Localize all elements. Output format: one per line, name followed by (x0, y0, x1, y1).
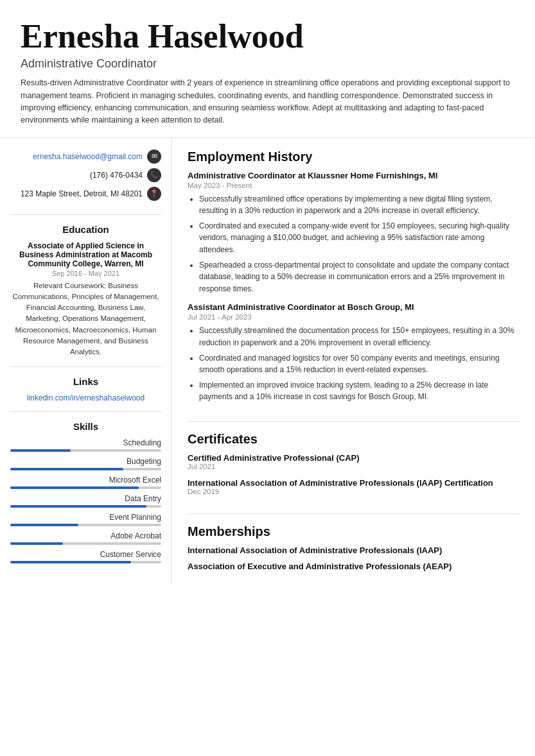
skills-title: Skills (10, 421, 161, 432)
job-title: Assistant Administrative Coordinator at … (188, 302, 520, 312)
email-link[interactable]: ernesha.haselwood@gmail.com (33, 152, 143, 161)
membership-entry: Association of Executive and Administrat… (188, 562, 520, 571)
sidebar: ernesha.haselwood@gmail.com ✉ (176) 476-… (0, 138, 172, 585)
education-section: Education Associate of Applied Science i… (10, 224, 161, 368)
skill-label: Microsoft Excel (10, 476, 161, 485)
job-bullet: Spearheaded a cross-departmental project… (199, 259, 520, 295)
skill-bar-bg (10, 505, 161, 508)
job-title: Administrative Coordinator at Klaussner … (188, 171, 520, 180)
memberships-section: Memberships International Association of… (188, 524, 520, 588)
skill-label: Customer Service (10, 550, 161, 559)
skill-label: Data Entry (10, 494, 161, 503)
links-section: Links linkedin.com/in/erneshahaselwood (10, 376, 161, 412)
cert-name: Certified Administrative Professional (C… (188, 453, 520, 463)
address-item: 123 Maple Street, Detroit, MI 48201 📍 (10, 187, 161, 201)
job-bullet: Successfully streamlined office operatio… (199, 193, 520, 217)
skill-item: Scheduling (10, 438, 161, 452)
candidate-summary: Results-driven Administrative Coordinato… (21, 77, 514, 127)
skill-label: Adobe Acrobat (10, 531, 161, 540)
education-title: Education (10, 224, 161, 235)
employment-title: Employment History (188, 150, 520, 164)
job-bullet: Successfully streamlined the documentati… (199, 325, 520, 348)
skill-bar-bg (10, 561, 161, 563)
candidate-title: Administrative Coordinator (21, 57, 514, 71)
skills-section: Skills Scheduling Budgeting Microsoft Ex… (10, 421, 161, 563)
certificates-title: Certificates (188, 432, 520, 447)
skill-bar-bg (10, 524, 161, 526)
skill-label: Budgeting (10, 457, 161, 466)
main-layout: ernesha.haselwood@gmail.com ✉ (176) 476-… (0, 138, 535, 614)
education-degree: Associate of Applied Science in Business… (10, 241, 161, 268)
skill-item: Data Entry (10, 494, 161, 508)
skill-bar-bg (10, 542, 161, 545)
skill-item: Adobe Acrobat (10, 531, 161, 545)
linkedin-link[interactable]: linkedin.com/in/erneshahaselwood (10, 393, 161, 402)
skills-list: Scheduling Budgeting Microsoft Excel Dat… (10, 438, 161, 563)
cert-date: Dec 2019 (188, 488, 520, 495)
education-entry: Associate of Applied Science in Business… (10, 241, 161, 358)
education-coursework: Relevant Coursework: Business Communicat… (10, 280, 161, 358)
skill-label: Scheduling (10, 438, 161, 447)
membership-name: Association of Executive and Administrat… (188, 562, 520, 571)
email-item: ernesha.haselwood@gmail.com ✉ (10, 150, 161, 164)
phone-item: (176) 476-0434 📞 (10, 168, 161, 182)
membership-name: International Association of Administrat… (188, 546, 520, 555)
job-date: Jul 2021 - Apr 2023 (188, 313, 520, 321)
cert-name: International Association of Administrat… (188, 478, 520, 488)
main-content: Employment History Administrative Coordi… (172, 138, 535, 614)
skill-item: Event Planning (10, 513, 161, 526)
links-title: Links (10, 376, 161, 387)
job-date: May 2023 - Present (188, 182, 520, 189)
skill-bar-bg (10, 486, 161, 489)
candidate-name: Ernesha Haselwood (21, 18, 514, 55)
cert-entry: International Association of Administrat… (188, 478, 520, 495)
memberships-list: International Association of Administrat… (188, 546, 520, 571)
phone-text: (176) 476-0434 (90, 171, 143, 180)
job-entry: Assistant Administrative Coordinator at … (188, 302, 520, 403)
skill-bar-fill (10, 561, 131, 563)
skill-bar-bg (10, 468, 161, 470)
header: Ernesha Haselwood Administrative Coordin… (0, 0, 535, 138)
skill-label: Event Planning (10, 513, 161, 522)
job-bullet: Coordinated and executed a company-wide … (199, 220, 520, 256)
job-entry: Administrative Coordinator at Klaussner … (188, 171, 520, 295)
skill-item: Budgeting (10, 457, 161, 470)
employment-section: Employment History Administrative Coordi… (188, 150, 520, 422)
skill-bar-bg (10, 449, 161, 452)
skill-bar-fill (10, 486, 139, 489)
cert-date: Jul 2021 (188, 463, 520, 470)
address-text: 123 Maple Street, Detroit, MI 48201 (21, 189, 143, 198)
certificates-section: Certificates Certified Administrative Pr… (188, 432, 520, 514)
skill-item: Microsoft Excel (10, 476, 161, 489)
membership-entry: International Association of Administrat… (188, 546, 520, 555)
skill-bar-fill (10, 524, 78, 526)
skill-bar-fill (10, 468, 123, 470)
education-date: Sep 2016 - May 2021 (10, 270, 161, 277)
job-bullets: Successfully streamlined office operatio… (188, 193, 520, 295)
phone-icon: 📞 (147, 168, 161, 182)
skill-item: Customer Service (10, 550, 161, 563)
jobs-list: Administrative Coordinator at Klaussner … (188, 171, 520, 403)
job-bullet: Implemented an improved invoice tracking… (199, 379, 520, 403)
skill-bar-fill (10, 542, 63, 545)
memberships-title: Memberships (188, 524, 520, 539)
email-icon: ✉ (147, 150, 161, 164)
skill-bar-fill (10, 449, 71, 452)
certs-list: Certified Administrative Professional (C… (188, 453, 520, 495)
job-bullets: Successfully streamlined the documentati… (188, 325, 520, 403)
contact-section: ernesha.haselwood@gmail.com ✉ (176) 476-… (10, 150, 161, 215)
location-icon: 📍 (147, 187, 161, 201)
job-bullet: Coordinated and managed logistics for ov… (199, 352, 520, 376)
skill-bar-fill (10, 505, 146, 508)
cert-entry: Certified Administrative Professional (C… (188, 453, 520, 470)
